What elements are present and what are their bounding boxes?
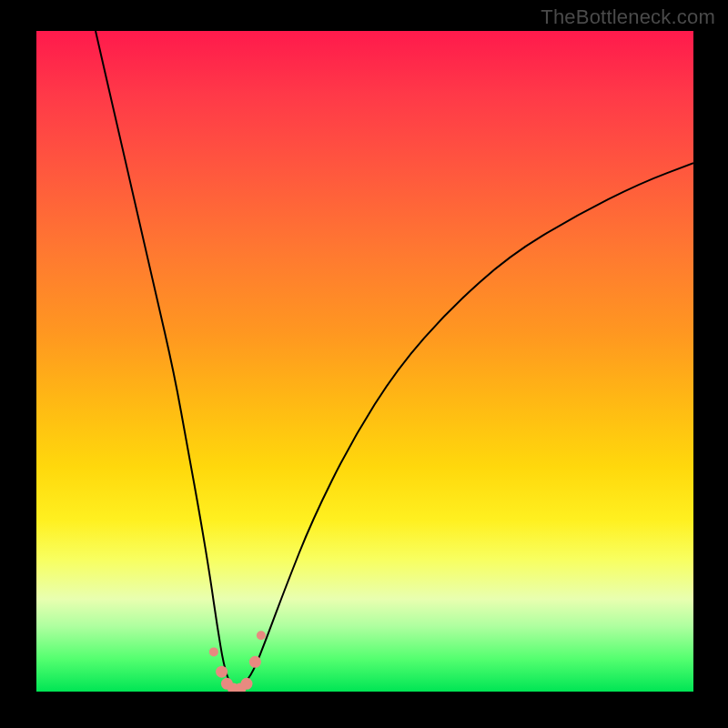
curve-svg <box>36 31 693 692</box>
highlight-dot <box>257 631 266 640</box>
highlight-dot <box>209 647 218 656</box>
plot-area <box>36 31 693 692</box>
highlight-dot <box>241 678 253 690</box>
highlight-dot <box>216 666 228 678</box>
chart-frame: TheBottleneck.com <box>0 0 728 728</box>
bottleneck-curve <box>96 31 693 690</box>
watermark-text: TheBottleneck.com <box>541 5 715 29</box>
highlight-dot <box>249 656 261 668</box>
highlight-dots <box>209 631 266 692</box>
